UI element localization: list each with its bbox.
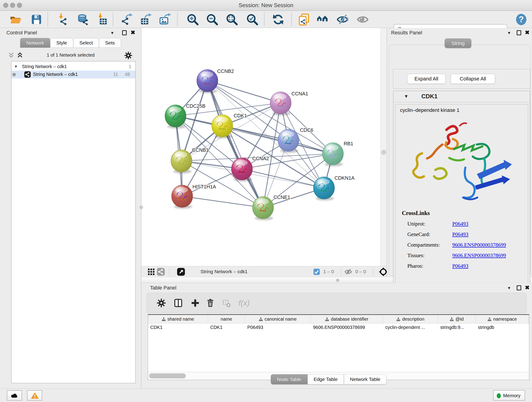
network-node-cdc6[interactable] [278, 129, 299, 153]
zoom-in-icon[interactable] [186, 13, 199, 26]
expand-all-button[interactable]: Expand All [407, 74, 446, 84]
network-node-ccnb2[interactable] [197, 70, 218, 94]
collapse-panel-icon[interactable]: ▾ [508, 285, 510, 291]
eye-icon[interactable] [356, 13, 369, 26]
collapse-panel-icon[interactable]: ▾ [111, 30, 114, 36]
close-panel-icon[interactable]: ✖ [131, 29, 135, 36]
table-cell[interactable]: stringdb [476, 323, 529, 332]
column-header-namespace[interactable]: namespace [476, 315, 529, 323]
network-edge[interactable] [222, 126, 333, 154]
close-panel-icon[interactable]: ✖ [525, 284, 530, 291]
open-in-window-icon[interactable] [177, 268, 185, 276]
tab-sets[interactable]: Sets [99, 38, 121, 48]
memory-button[interactable]: Memory [493, 390, 525, 401]
section-collapse-icon[interactable]: ▼ [404, 94, 409, 99]
panel-splitter-handle[interactable] [139, 206, 143, 209]
fit-content-crosshair-icon[interactable] [379, 267, 388, 276]
hidden-eye-icon[interactable] [344, 268, 352, 276]
table-settings-gear-icon[interactable] [157, 298, 166, 307]
show-hide-icon[interactable] [336, 13, 349, 26]
toolbar-separator [113, 13, 114, 26]
table-cell[interactable]: CDK1 [148, 323, 208, 332]
collapse-all-button[interactable]: Collapse All [451, 74, 495, 84]
add-column-icon[interactable] [191, 298, 200, 307]
table-scrollbar-thumb[interactable] [149, 373, 186, 378]
network-node-cdc25b[interactable] [165, 105, 186, 129]
column-header-name[interactable]: name [208, 315, 245, 323]
gene-section-header[interactable]: ▼ CDK1 [393, 91, 530, 102]
splitter-handle[interactable] [336, 279, 339, 282]
network-collection-row[interactable]: ▼ String Network – cdk1 1 [12, 63, 135, 70]
show-columns-icon[interactable] [174, 298, 183, 307]
network-canvas[interactable]: CCNB2CCNA1CDC25BCDK1CDC6RB1CCNB1CCNA2CDK… [141, 28, 387, 266]
table-cell[interactable]: CDK1 [208, 323, 245, 332]
crosslink-value[interactable]: P06493 [452, 263, 468, 269]
table-cell[interactable]: 9606.ENSP00000378699 [311, 323, 383, 332]
table-cell[interactable]: stringdb:9... [438, 323, 476, 332]
vertical-scrollbar[interactable] [380, 28, 387, 266]
export-image-icon[interactable] [159, 13, 171, 26]
column-header-shared-name[interactable]: shared name [148, 315, 208, 323]
network-graph[interactable]: CCNB2CCNA1CDC25BCDK1CDC6RB1CCNB1CCNA2CDK… [141, 28, 380, 266]
float-panel-icon[interactable] [122, 30, 127, 35]
tab-network-table[interactable]: Network Table [344, 374, 387, 384]
network-node-ccna1[interactable] [270, 92, 291, 116]
import-table-icon[interactable] [96, 13, 108, 26]
save-session-icon[interactable] [30, 13, 43, 26]
network-node-count: 11 [113, 72, 118, 77]
selected-checkbox-icon[interactable] [313, 268, 320, 275]
crosslink-value[interactable]: 9606.ENSP00000378699 [452, 242, 506, 248]
network-options-gear-icon[interactable] [124, 51, 133, 60]
tab-network[interactable]: Network [20, 38, 50, 48]
warning-button[interactable] [27, 390, 42, 401]
close-panel-icon[interactable]: ✖ [525, 29, 530, 36]
table-cell[interactable]: P06493 [245, 323, 311, 332]
network-node-ccne1[interactable] [253, 197, 273, 220]
network-node-ccnb1[interactable] [171, 150, 192, 174]
zoom-out-icon[interactable] [206, 13, 218, 26]
crosslink-row: GeneCard:P06493 [395, 230, 528, 240]
network-edge[interactable] [182, 196, 263, 208]
network-share-icon[interactable] [157, 268, 165, 276]
crosslink-value[interactable]: P06493 [452, 221, 468, 227]
node-label-cdk1: CDK1 [234, 113, 247, 119]
network-node-cdk1[interactable] [212, 115, 233, 139]
column-header-database-identifier[interactable]: database identifier [311, 315, 383, 323]
delete-column-trash-icon[interactable] [206, 298, 215, 307]
network-node-rb1[interactable] [322, 143, 343, 167]
import-database-icon[interactable] [76, 13, 89, 26]
column-header--id[interactable]: @id [438, 315, 476, 323]
zoom-fit-icon[interactable] [226, 13, 238, 26]
table-row[interactable]: CDK1CDK1P064939606.ENSP00000378699cyclin… [148, 323, 529, 332]
crosslink-value[interactable]: P06493 [452, 231, 468, 237]
cloud-button[interactable] [7, 390, 22, 401]
collapse-panel-icon[interactable]: ▾ [508, 30, 510, 36]
table-cell[interactable]: cyclin-dependent ... [383, 323, 438, 332]
network-row-selected[interactable]: String Network – cdk1 11 48 [12, 70, 135, 78]
network-edge[interactable] [207, 81, 281, 103]
import-network-icon[interactable] [56, 13, 69, 26]
tab-string[interactable]: String [445, 38, 471, 48]
birdseye-grid-icon[interactable] [147, 268, 155, 276]
export-table-icon[interactable] [139, 13, 152, 26]
open-session-icon[interactable] [9, 13, 22, 26]
help-icon[interactable]: ? [515, 13, 527, 26]
column-header-canonical-name[interactable]: canonical name [245, 315, 311, 323]
tab-edge-table[interactable]: Edge Table [307, 374, 344, 384]
vertical-scrollbar-thumb[interactable] [381, 150, 386, 155]
tab-style[interactable]: Style [50, 38, 73, 48]
tab-select[interactable]: Select [73, 38, 99, 48]
refresh-layout-icon[interactable] [272, 13, 284, 26]
clone-network-icon[interactable] [298, 13, 310, 26]
zoom-selected-icon[interactable] [246, 13, 259, 26]
network-node-hist1h1a[interactable] [172, 185, 193, 209]
network-node-cdkn1a[interactable] [313, 177, 335, 201]
export-network-icon[interactable] [120, 13, 133, 26]
home-network-icon[interactable] [317, 13, 329, 26]
column-header-description[interactable]: description [383, 315, 438, 323]
tab-node-table[interactable]: Node Table [271, 374, 307, 384]
float-panel-icon[interactable] [517, 285, 521, 290]
crosslink-value[interactable]: 9606.ENSP00000378699 [452, 253, 506, 259]
tree-expand-icon[interactable]: ▼ [14, 64, 18, 68]
float-panel-icon[interactable] [517, 30, 521, 35]
